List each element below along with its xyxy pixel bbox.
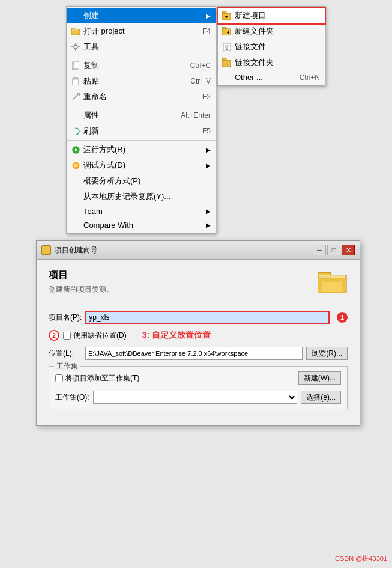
- paste-icon: [70, 77, 81, 85]
- menu-item-debug[interactable]: 调试方式(D) ▶: [67, 157, 216, 173]
- location-input[interactable]: [85, 347, 303, 360]
- svg-rect-18: [222, 11, 226, 13]
- workset-select[interactable]: [93, 391, 298, 404]
- submenu-item-new-folder[interactable]: 新建文件夹: [218, 23, 325, 39]
- menu-item-properties[interactable]: 属性 Alt+Enter: [67, 108, 216, 123]
- location-label: 位置(L):: [49, 349, 82, 359]
- submenu-item-new-project[interactable]: 新建项目: [218, 8, 325, 23]
- svg-rect-2: [72, 29, 78, 31]
- compare-arrow-icon: ▶: [206, 222, 211, 228]
- link-folder-icon: [222, 58, 232, 67]
- maximize-button[interactable]: □: [327, 245, 340, 255]
- new-folder-icon: [222, 27, 232, 35]
- rename-shortcut: F2: [184, 93, 211, 101]
- submenu-item-link-folder[interactable]: 链接文件夹: [218, 55, 325, 70]
- run-icon: [70, 146, 81, 154]
- dialog-titlebar: 项目创建向导 ─ □ ✕: [37, 241, 360, 260]
- menu-item-refresh[interactable]: 刷新 F5: [67, 123, 216, 139]
- menu-item-tools[interactable]: 工具: [67, 39, 216, 55]
- annotation-3: 3: 自定义放置位置: [142, 330, 211, 341]
- copy-icon: [70, 61, 81, 70]
- run-arrow-icon: ▶: [206, 147, 211, 153]
- menu-item-copy[interactable]: 复制 Ctrl+C: [67, 58, 216, 73]
- svg-rect-25: [223, 43, 231, 51]
- use-default-checkbox[interactable]: [63, 332, 71, 340]
- project-name-input[interactable]: [85, 311, 330, 324]
- submenu: 新建项目 新建文件夹: [217, 6, 325, 86]
- copy-shortcut: Ctrl+C: [172, 61, 211, 70]
- csdn-watermark: CSDN @拼43301: [335, 554, 387, 563]
- close-button[interactable]: ✕: [342, 245, 355, 255]
- dialog-title-area: 项目创建向导: [41, 245, 98, 255]
- dialog-title-text: 项目创建向导: [55, 245, 98, 255]
- context-menu: 创建 ▶ 打开 project F4: [66, 6, 216, 234]
- arrow-icon: ▶: [206, 13, 211, 19]
- open-shortcut: F4: [184, 27, 211, 35]
- link-file-icon: [222, 43, 232, 51]
- context-menu-area: 创建 ▶ 打开 project F4: [66, 6, 216, 234]
- annotation-2: 2: [49, 330, 59, 341]
- workset-title: 工作集: [54, 361, 80, 371]
- dialog-content: 项目 创建新的项目资源。 项目名(P): 1 2: [37, 260, 360, 425]
- workset-section: 工作集 将项目添加至工作集(T) 新建(W)... 工作集(O): 选择(e).…: [49, 366, 348, 409]
- svg-rect-34: [321, 281, 343, 292]
- use-default-label: 使用缺省位置(D): [73, 331, 127, 341]
- minimize-button[interactable]: ─: [313, 245, 326, 255]
- svg-point-3: [74, 45, 77, 49]
- select-workset-button[interactable]: 选择(e)...: [301, 391, 341, 404]
- menu-item-profile[interactable]: 概要分析方式(P): [67, 173, 216, 189]
- workset-label: 工作集(O):: [55, 392, 89, 403]
- project-name-label: 项目名(P):: [49, 313, 82, 323]
- submenu-item-other[interactable]: Other ... Ctrl+N: [218, 70, 325, 84]
- debug-arrow-icon: ▶: [206, 162, 211, 169]
- location-row: 位置(L): 浏览(R)...: [49, 347, 348, 360]
- menu-item-run[interactable]: 运行方式(R) ▶: [67, 142, 216, 157]
- dialog-separator: [49, 302, 348, 302]
- new-workset-button[interactable]: 新建(W)...: [298, 371, 341, 385]
- svg-rect-22: [222, 27, 226, 29]
- menu-item-rename[interactable]: 重命名 F2: [67, 89, 216, 105]
- add-to-workset-label: 将项目添加至工作集(T): [65, 373, 139, 383]
- menu-item-open-project[interactable]: 打开 project F4: [67, 23, 216, 39]
- dialog-header-text: 项目 创建新的项目资源。: [49, 269, 113, 295]
- properties-shortcut: Alt+Enter: [163, 111, 211, 120]
- separator-2: [67, 106, 216, 106]
- open-icon: [70, 28, 81, 35]
- paste-shortcut: Ctrl+V: [172, 77, 211, 85]
- dialog-subheading: 创建新的项目资源。: [49, 284, 113, 295]
- project-creation-dialog: 项目创建向导 ─ □ ✕ 项目 创建新的项目资源。: [36, 240, 360, 426]
- svg-rect-33: [319, 275, 345, 278]
- svg-rect-11: [74, 77, 77, 79]
- team-arrow-icon: ▶: [206, 208, 211, 215]
- folder-large-icon: [318, 269, 348, 293]
- browse-button[interactable]: 浏览(R)...: [306, 347, 348, 360]
- refresh-shortcut: F5: [184, 127, 211, 135]
- submenu-item-link-file[interactable]: 链接文件: [218, 39, 325, 55]
- menu-item-create[interactable]: 创建 ▶: [67, 8, 216, 23]
- svg-rect-10: [73, 79, 79, 85]
- tools-icon: [70, 43, 81, 51]
- separator-3: [67, 140, 216, 141]
- separator-1: [67, 56, 216, 56]
- svg-rect-1: [71, 28, 75, 29]
- project-name-row: 项目名(P): 1: [49, 311, 348, 324]
- dialog-header: 项目 创建新的项目资源。: [49, 269, 348, 295]
- submenu-wrapper: 新建项目 新建文件夹: [217, 6, 325, 86]
- rename-icon: [70, 93, 81, 101]
- annotation-1: 1: [337, 312, 348, 323]
- menu-item-restore[interactable]: 从本地历史记录复原(Y)...: [67, 189, 216, 204]
- svg-rect-9: [74, 61, 79, 69]
- add-to-workset-row: 将项目添加至工作集(T) 新建(W)...: [55, 371, 341, 385]
- debug-icon: [70, 162, 81, 169]
- dialog-title-icon: [41, 245, 51, 255]
- use-default-location-row: 使用缺省位置(D): [63, 331, 127, 341]
- svg-line-12: [73, 94, 78, 100]
- menu-item-paste[interactable]: 粘贴 Ctrl+V: [67, 73, 216, 89]
- new-project-icon: [222, 11, 232, 20]
- dialog-heading: 项目: [49, 269, 113, 282]
- menu-item-team[interactable]: Team ▶: [67, 204, 216, 218]
- other-shortcut: Ctrl+N: [282, 73, 320, 82]
- menu-item-compare[interactable]: Compare With ▶: [67, 218, 216, 232]
- add-to-workset-checkbox[interactable]: [55, 374, 63, 382]
- workset-select-row: 工作集(O): 选择(e)...: [55, 391, 341, 404]
